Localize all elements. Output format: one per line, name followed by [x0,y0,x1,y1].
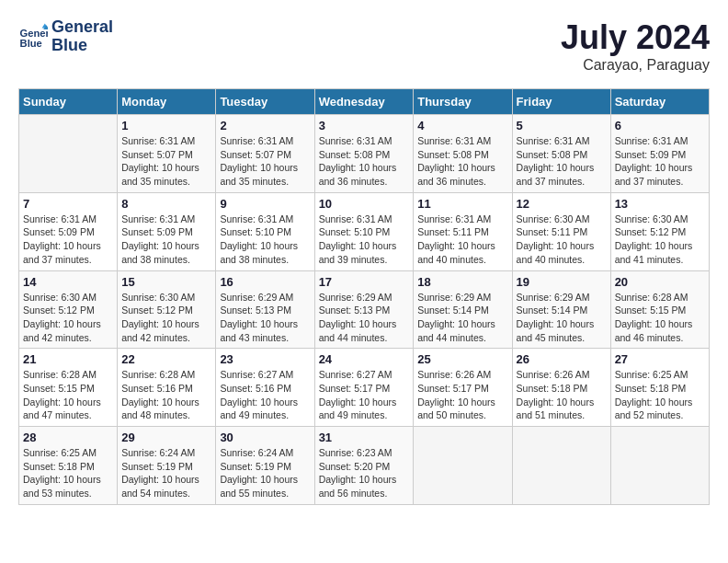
day-detail: Sunrise: 6:29 AMSunset: 5:14 PMDaylight:… [517,291,607,345]
day-detail: Sunrise: 6:29 AMSunset: 5:14 PMDaylight:… [417,291,507,345]
day-detail: Sunrise: 6:25 AMSunset: 5:18 PMDaylight:… [23,446,113,500]
calendar-cell: 5Sunrise: 6:31 AMSunset: 5:08 PMDaylight… [512,115,610,193]
calendar-cell: 11Sunrise: 6:31 AMSunset: 5:11 PMDayligh… [414,192,512,270]
day-number: 15 [121,275,211,289]
day-number: 16 [220,275,310,289]
day-number: 3 [319,119,410,132]
logo-blue: Blue [51,37,113,55]
calendar-cell: 13Sunrise: 6:30 AMSunset: 5:12 PMDayligh… [610,192,709,270]
calendar-cell: 21Sunrise: 6:28 AMSunset: 5:15 PMDayligh… [19,349,118,427]
day-number: 20 [615,275,705,289]
day-number: 7 [23,197,113,211]
day-number: 22 [121,352,211,366]
calendar-cell: 10Sunrise: 6:31 AMSunset: 5:10 PMDayligh… [314,192,414,270]
day-detail: Sunrise: 6:27 AMSunset: 5:17 PMDaylight:… [319,368,410,422]
day-number: 8 [121,197,211,211]
header-thursday: Thursday [414,89,512,115]
day-number: 1 [121,119,211,132]
page-header: General Blue General Blue July 2024 Cara… [18,18,710,74]
day-detail: Sunrise: 6:29 AMSunset: 5:13 PMDaylight:… [319,291,410,345]
calendar-cell: 2Sunrise: 6:31 AMSunset: 5:07 PMDaylight… [216,115,314,193]
svg-text:Blue: Blue [20,38,42,49]
day-detail: Sunrise: 6:31 AMSunset: 5:09 PMDaylight:… [23,213,113,267]
calendar-cell: 4Sunrise: 6:31 AMSunset: 5:08 PMDaylight… [414,115,512,193]
day-number: 21 [23,352,113,366]
week-row-1: 1Sunrise: 6:31 AMSunset: 5:07 PMDaylight… [19,115,710,193]
calendar-cell: 7Sunrise: 6:31 AMSunset: 5:09 PMDaylight… [19,192,118,270]
day-detail: Sunrise: 6:23 AMSunset: 5:20 PMDaylight:… [319,446,410,500]
calendar-cell: 8Sunrise: 6:31 AMSunset: 5:09 PMDaylight… [118,192,216,270]
header-wednesday: Wednesday [314,89,414,115]
day-number: 12 [517,197,607,211]
calendar-cell: 18Sunrise: 6:29 AMSunset: 5:14 PMDayligh… [414,270,512,349]
day-detail: Sunrise: 6:31 AMSunset: 5:07 PMDaylight:… [220,134,310,189]
location-subtitle: Carayao, Paraguay [561,57,710,74]
calendar-cell: 20Sunrise: 6:28 AMSunset: 5:15 PMDayligh… [610,270,709,349]
day-number: 28 [23,431,113,444]
logo-general: General [51,18,113,37]
calendar-cell: 25Sunrise: 6:26 AMSunset: 5:17 PMDayligh… [414,349,512,427]
calendar-cell: 29Sunrise: 6:24 AMSunset: 5:19 PMDayligh… [118,427,216,505]
calendar-cell [19,115,118,193]
day-number: 6 [615,119,705,132]
day-number: 4 [417,119,507,132]
day-detail: Sunrise: 6:31 AMSunset: 5:10 PMDaylight:… [220,213,310,267]
month-year-title: July 2024 [561,18,710,57]
day-detail: Sunrise: 6:30 AMSunset: 5:11 PMDaylight:… [517,213,607,267]
calendar-cell [414,427,512,505]
day-detail: Sunrise: 6:31 AMSunset: 5:08 PMDaylight:… [319,134,410,189]
logo-icon: General Blue [18,22,48,52]
calendar-cell: 9Sunrise: 6:31 AMSunset: 5:10 PMDaylight… [216,192,314,270]
calendar-cell: 27Sunrise: 6:25 AMSunset: 5:18 PMDayligh… [610,349,709,427]
day-number: 10 [319,197,410,211]
calendar-cell: 16Sunrise: 6:29 AMSunset: 5:13 PMDayligh… [216,270,314,349]
day-number: 31 [319,431,410,444]
header-tuesday: Tuesday [216,89,314,115]
logo: General Blue General Blue [18,18,113,55]
day-detail: Sunrise: 6:30 AMSunset: 5:12 PMDaylight:… [23,291,113,345]
day-number: 17 [319,275,410,289]
calendar-cell: 28Sunrise: 6:25 AMSunset: 5:18 PMDayligh… [19,427,118,505]
day-number: 27 [615,352,705,366]
day-detail: Sunrise: 6:28 AMSunset: 5:15 PMDaylight:… [615,291,705,345]
title-area: July 2024 Carayao, Paraguay [561,18,710,74]
header-sunday: Sunday [19,89,118,115]
day-detail: Sunrise: 6:31 AMSunset: 5:11 PMDaylight:… [417,213,507,267]
day-number: 14 [23,275,113,289]
day-detail: Sunrise: 6:24 AMSunset: 5:19 PMDaylight:… [220,446,310,500]
day-number: 11 [417,197,507,211]
day-detail: Sunrise: 6:28 AMSunset: 5:15 PMDaylight:… [23,368,113,422]
day-detail: Sunrise: 6:31 AMSunset: 5:10 PMDaylight:… [319,213,410,267]
day-detail: Sunrise: 6:31 AMSunset: 5:07 PMDaylight:… [121,134,211,189]
day-number: 29 [121,431,211,444]
day-detail: Sunrise: 6:29 AMSunset: 5:13 PMDaylight:… [220,291,310,345]
calendar-cell: 6Sunrise: 6:31 AMSunset: 5:09 PMDaylight… [610,115,709,193]
day-number: 23 [220,352,310,366]
calendar-cell: 26Sunrise: 6:26 AMSunset: 5:18 PMDayligh… [512,349,610,427]
calendar-cell: 15Sunrise: 6:30 AMSunset: 5:12 PMDayligh… [118,270,216,349]
day-detail: Sunrise: 6:31 AMSunset: 5:08 PMDaylight:… [517,134,607,189]
day-detail: Sunrise: 6:26 AMSunset: 5:18 PMDaylight:… [517,368,607,422]
day-number: 18 [417,275,507,289]
calendar-cell: 1Sunrise: 6:31 AMSunset: 5:07 PMDaylight… [118,115,216,193]
calendar-cell: 12Sunrise: 6:30 AMSunset: 5:11 PMDayligh… [512,192,610,270]
day-number: 26 [517,352,607,366]
day-number: 13 [615,197,705,211]
calendar-cell: 24Sunrise: 6:27 AMSunset: 5:17 PMDayligh… [314,349,414,427]
week-row-5: 28Sunrise: 6:25 AMSunset: 5:18 PMDayligh… [19,427,710,505]
day-number: 25 [417,352,507,366]
day-number: 24 [319,352,410,366]
calendar-cell [610,427,709,505]
calendar-cell: 14Sunrise: 6:30 AMSunset: 5:12 PMDayligh… [19,270,118,349]
day-detail: Sunrise: 6:25 AMSunset: 5:18 PMDaylight:… [615,368,705,422]
day-number: 5 [517,119,607,132]
day-number: 2 [220,119,310,132]
calendar-table: SundayMondayTuesdayWednesdayThursdayFrid… [18,88,710,505]
calendar-cell: 30Sunrise: 6:24 AMSunset: 5:19 PMDayligh… [216,427,314,505]
day-detail: Sunrise: 6:26 AMSunset: 5:17 PMDaylight:… [417,368,507,422]
week-row-2: 7Sunrise: 6:31 AMSunset: 5:09 PMDaylight… [19,192,710,270]
day-detail: Sunrise: 6:30 AMSunset: 5:12 PMDaylight:… [121,291,211,345]
day-detail: Sunrise: 6:28 AMSunset: 5:16 PMDaylight:… [121,368,211,422]
day-detail: Sunrise: 6:31 AMSunset: 5:08 PMDaylight:… [417,134,507,189]
week-row-4: 21Sunrise: 6:28 AMSunset: 5:15 PMDayligh… [19,349,710,427]
